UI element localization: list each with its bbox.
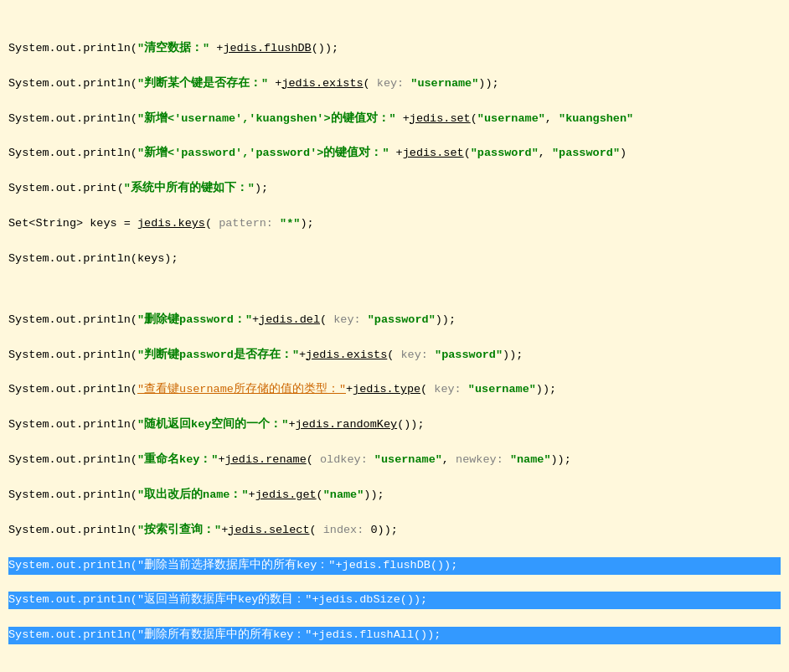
code-line: Set<String> keys = jedis.keys( pattern: … <box>8 215 781 233</box>
blank-line <box>8 662 781 670</box>
code-line: System.out.println("新增<'password','passw… <box>8 145 781 163</box>
code-line: System.out.println("随机返回key空间的一个："+jedis… <box>8 416 781 434</box>
code-line: System.out.println("重命名key："+jedis.renam… <box>8 452 781 469</box>
code-line-selected: System.out.println("删除当前选择数据库中的所有key："+j… <box>8 557 781 575</box>
code-line: System.out.println("判断某个键是否存在：" +jedis.e… <box>8 75 781 93</box>
code-line: System.out.println("按索引查询："+jedis.select… <box>8 522 781 540</box>
code-line: System.out.println("取出改后的name："+jedis.ge… <box>8 487 781 504</box>
code-line: System.out.println("新增<'username','kuang… <box>8 111 781 128</box>
code-line: System.out.println("查看键username所存储的值的类型：… <box>8 381 781 399</box>
blank-line <box>8 286 781 294</box>
code-line: System.out.print("系统中所有的键如下："); <box>8 180 781 198</box>
code-line: System.out.println(keys); <box>8 251 781 268</box>
code-line: System.out.println("清空数据：" +jedis.flushD… <box>8 40 781 58</box>
code-editor: System.out.println("清空数据：" +jedis.flushD… <box>0 0 789 672</box>
code-line-selected: System.out.println("删除所有数据库中的所有key："+jed… <box>8 627 781 644</box>
code-line: System.out.println("判断键password是否存在："+je… <box>8 347 781 364</box>
code-line: System.out.println("删除键password："+jedis.… <box>8 312 781 329</box>
code-line-selected: System.out.println("返回当前数据库中key的数目："+jed… <box>8 592 781 609</box>
